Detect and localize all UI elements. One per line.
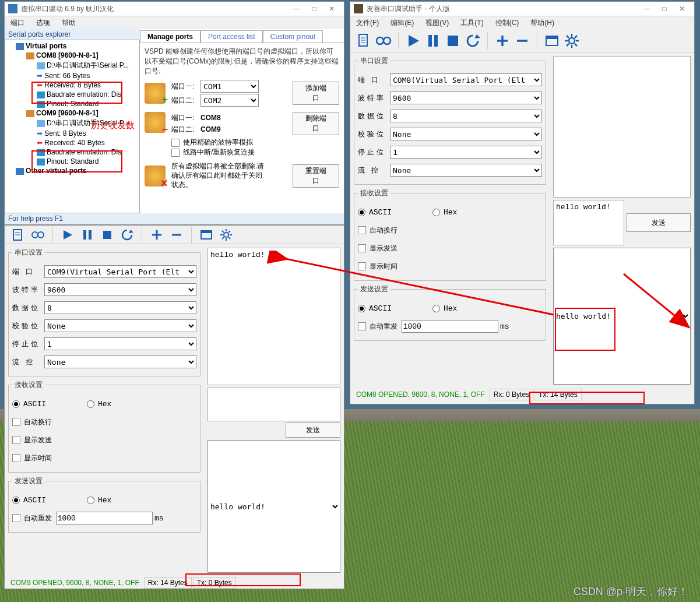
show-time-checkbox[interactable]: [12, 454, 20, 462]
stop-combo[interactable]: 1: [44, 337, 196, 350]
svg-rect-31: [428, 35, 432, 47]
play-icon[interactable]: [59, 226, 76, 244]
send-button-left[interactable]: 发送: [286, 423, 340, 438]
maximize-button[interactable]: □: [656, 5, 673, 13]
menu-file[interactable]: 文件(F): [350, 16, 385, 30]
record-icon[interactable]: [375, 32, 392, 50]
svg-point-29: [384, 37, 391, 44]
del-port-button[interactable]: 删除端口: [293, 112, 339, 135]
accurate-baud-checkbox[interactable]: [171, 139, 180, 147]
minus-icon[interactable]: [168, 226, 185, 244]
app-icon: [354, 4, 363, 13]
add-port-button[interactable]: 添加端口: [293, 82, 339, 105]
interval-input[interactable]: [56, 512, 153, 524]
auto-resend-checkbox[interactable]: [12, 514, 20, 522]
data-combo[interactable]: 8: [44, 301, 196, 314]
stop-icon[interactable]: [444, 32, 462, 50]
svg-rect-39: [546, 36, 558, 39]
reset-port-button[interactable]: 重置端口: [293, 164, 339, 188]
annot-send-box: [555, 308, 615, 351]
gear-icon[interactable]: [563, 32, 581, 50]
send-textarea[interactable]: [207, 388, 340, 421]
show-send-checkbox[interactable]: [12, 436, 20, 444]
menu-view[interactable]: 视图(V): [420, 16, 455, 30]
menu-edit[interactable]: 编辑(E): [385, 16, 420, 30]
wrap-checkbox[interactable]: [12, 418, 20, 426]
line-break-checkbox[interactable]: [171, 149, 180, 157]
send-button-right[interactable]: 发送: [627, 213, 691, 232]
send-textarea[interactable]: hello world!: [553, 200, 624, 245]
ports-icon: [16, 43, 24, 50]
tab-manage[interactable]: Manage ports: [140, 30, 200, 43]
add-port1-combo[interactable]: COM1: [200, 80, 259, 93]
minimize-button[interactable]: —: [638, 5, 656, 13]
doc-icon[interactable]: [355, 32, 372, 50]
port-combo[interactable]: COM9(Virtual Serial Port (Elt: [44, 265, 196, 278]
svg-marker-9: [129, 230, 133, 233]
send-history-combo[interactable]: hello world!: [207, 440, 340, 573]
svg-point-40: [569, 38, 575, 44]
right-toolbar: [350, 29, 694, 52]
stop-icon[interactable]: [99, 226, 116, 244]
menu-control[interactable]: 控制(C): [490, 16, 525, 30]
hex-radio[interactable]: [87, 400, 94, 408]
recv-textarea[interactable]: hello world!: [207, 248, 340, 385]
parity-combo[interactable]: None: [44, 319, 196, 332]
close-button[interactable]: ✕: [673, 5, 691, 13]
pause-icon[interactable]: [79, 226, 96, 244]
plus-icon[interactable]: [494, 32, 511, 50]
gear-icon[interactable]: [217, 226, 235, 244]
svg-point-4: [38, 232, 44, 238]
refresh-icon[interactable]: [118, 226, 136, 244]
ascii-radio[interactable]: [12, 400, 20, 408]
baud-combo[interactable]: 9600: [44, 283, 196, 296]
app-icon: [8, 4, 17, 13]
wrap-checkbox[interactable]: [358, 226, 366, 234]
add-port2-combo[interactable]: COM2: [200, 94, 259, 107]
menu-tools[interactable]: 工具(T): [455, 16, 489, 30]
data-combo[interactable]: 8: [390, 110, 542, 122]
send-settings-group: 发送设置 ASCIIHex 自动重发 ms: [354, 284, 546, 341]
flow-combo[interactable]: None: [44, 355, 196, 368]
close-button[interactable]: ✕: [323, 5, 340, 13]
auto-resend-checkbox[interactable]: [358, 322, 366, 330]
menu-options[interactable]: 选项: [30, 16, 56, 30]
parity-combo[interactable]: None: [390, 128, 542, 140]
ports-icon: [16, 168, 24, 175]
hex-send-radio[interactable]: [432, 305, 440, 312]
ascii-send-radio[interactable]: [12, 497, 20, 504]
interval-input[interactable]: [402, 320, 498, 333]
maximize-button[interactable]: □: [305, 5, 323, 13]
show-send-checkbox[interactable]: [358, 244, 366, 252]
baud-combo[interactable]: 9600: [390, 91, 542, 104]
file-icon: [37, 62, 45, 69]
minus-icon[interactable]: [513, 32, 531, 50]
pause-icon[interactable]: [424, 32, 442, 50]
minimize-button[interactable]: —: [288, 5, 305, 13]
window-icon[interactable]: [198, 226, 215, 244]
port-combo[interactable]: COM8(Virtual Serial Port (Elt: [390, 73, 542, 86]
svg-rect-8: [103, 231, 111, 239]
svg-point-15: [224, 233, 228, 237]
ascii-send-radio[interactable]: [358, 305, 365, 312]
menu-port[interactable]: 端口: [5, 16, 30, 30]
tab-pinout[interactable]: Custom pinout: [263, 30, 323, 43]
tab-access[interactable]: Port access list: [200, 30, 263, 43]
show-time-checkbox[interactable]: [358, 262, 366, 270]
stop-combo[interactable]: 1: [390, 146, 542, 159]
svg-line-47: [567, 44, 569, 46]
svg-rect-7: [89, 230, 92, 240]
plus-icon[interactable]: [148, 226, 166, 244]
recv-textarea[interactable]: [553, 56, 691, 198]
play-icon[interactable]: [404, 32, 422, 50]
menu-help[interactable]: 帮助: [56, 16, 82, 30]
ascii-radio[interactable]: [358, 209, 365, 216]
flow-combo[interactable]: None: [390, 164, 542, 177]
hex-radio[interactable]: [432, 209, 440, 216]
doc-icon[interactable]: [9, 226, 27, 244]
record-icon[interactable]: [29, 226, 47, 244]
window-icon[interactable]: [543, 32, 561, 50]
menu-help[interactable]: 帮助(H): [525, 16, 560, 30]
hex-send-radio[interactable]: [87, 497, 94, 504]
refresh-icon[interactable]: [464, 32, 481, 50]
